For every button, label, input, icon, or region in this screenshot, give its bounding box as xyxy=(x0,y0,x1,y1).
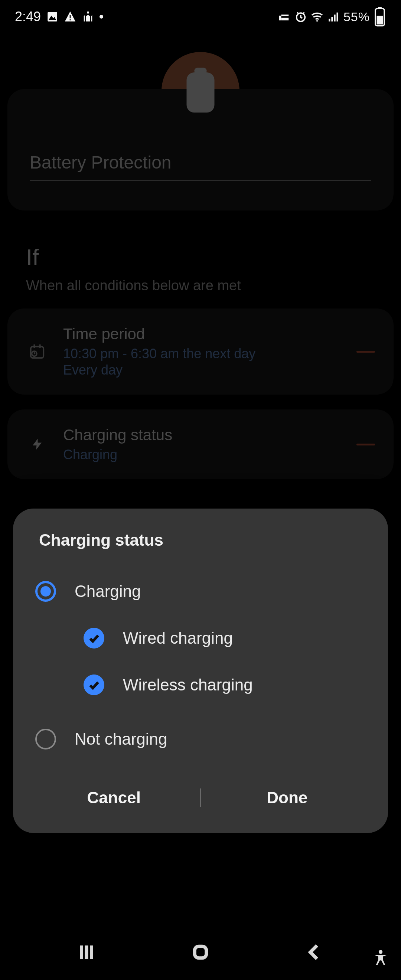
battery-icon xyxy=(374,10,386,23)
background-content: If When all conditions below are met Tim… xyxy=(0,33,401,980)
svg-rect-4 xyxy=(70,19,71,21)
remove-condition-button[interactable] xyxy=(356,351,375,353)
option-wired-label: Wired charging xyxy=(123,629,233,648)
svg-rect-13 xyxy=(334,14,335,21)
image-icon xyxy=(46,10,59,23)
svg-rect-0 xyxy=(48,12,57,22)
if-label: If xyxy=(26,244,375,270)
wifi-icon xyxy=(311,10,323,23)
svg-rect-22 xyxy=(39,345,41,348)
option-charging[interactable]: Charging xyxy=(28,568,373,615)
status-bar: 2:49 55% xyxy=(0,0,401,33)
alarm-icon xyxy=(294,10,307,23)
remove-condition-button[interactable] xyxy=(356,444,375,445)
routine-title-input[interactable] xyxy=(30,152,371,181)
dialog-title: Charging status xyxy=(28,531,373,568)
recents-button[interactable] xyxy=(73,939,100,965)
condition-time-range: 10:30 pm - 6:30 am the next day xyxy=(63,346,342,361)
back-button[interactable] xyxy=(301,939,328,965)
done-button[interactable]: Done xyxy=(201,777,374,818)
svg-rect-8 xyxy=(281,18,288,21)
svg-point-23 xyxy=(32,351,37,356)
svg-rect-3 xyxy=(70,15,71,19)
if-section-header: If When all conditions below are met xyxy=(0,210,401,294)
svg-rect-11 xyxy=(329,19,330,22)
charging-status-dialog: Charging status Charging Wired charging … xyxy=(13,509,388,833)
svg-rect-28 xyxy=(194,946,207,958)
svg-rect-7 xyxy=(281,14,288,16)
accessibility-button[interactable] xyxy=(371,949,390,969)
condition-charging-value: Charging xyxy=(63,447,342,463)
svg-marker-24 xyxy=(33,439,41,450)
condition-charging-status[interactable]: Charging status Charging xyxy=(8,409,393,479)
routine-icon-circle xyxy=(162,52,239,130)
option-wireless-label: Wireless charging xyxy=(123,676,253,694)
status-right: 55% xyxy=(278,10,386,24)
status-left: 2:49 xyxy=(15,9,103,24)
battery-icon xyxy=(182,67,219,115)
svg-rect-17 xyxy=(377,16,383,24)
system-navbar xyxy=(0,924,401,980)
dnd-icon xyxy=(278,10,291,23)
svg-rect-19 xyxy=(187,72,215,113)
svg-point-29 xyxy=(379,950,382,954)
svg-rect-16 xyxy=(378,7,382,8)
radio-selected-icon xyxy=(35,581,56,602)
warning-icon xyxy=(64,10,76,23)
condition-time-repeat: Every day xyxy=(63,362,342,378)
svg-rect-12 xyxy=(331,17,333,22)
calendar-icon xyxy=(26,343,48,360)
svg-point-10 xyxy=(316,20,318,22)
signal-icon xyxy=(327,10,340,23)
svg-rect-6 xyxy=(279,16,282,21)
option-not-charging[interactable]: Not charging xyxy=(28,716,373,762)
status-dot xyxy=(100,15,103,19)
cancel-button[interactable]: Cancel xyxy=(28,777,200,818)
checkbox-checked-icon xyxy=(84,628,104,649)
radio-unselected-icon xyxy=(35,729,56,749)
title-card xyxy=(8,89,393,210)
if-sublabel: When all conditions below are met xyxy=(26,278,375,294)
home-button[interactable] xyxy=(188,939,213,965)
svg-point-5 xyxy=(87,11,89,14)
option-wired-charging[interactable]: Wired charging xyxy=(28,615,373,662)
condition-time-title: Time period xyxy=(63,325,342,343)
battery-percent: 55% xyxy=(344,10,370,24)
option-charging-label: Charging xyxy=(75,582,141,601)
checkbox-checked-icon xyxy=(84,675,104,695)
bolt-icon xyxy=(26,438,48,451)
mosque-icon xyxy=(82,10,94,23)
svg-rect-20 xyxy=(31,347,44,358)
condition-charging-title: Charging status xyxy=(63,426,342,444)
option-wireless-charging[interactable]: Wireless charging xyxy=(28,662,373,708)
svg-rect-21 xyxy=(33,345,35,348)
dialog-button-row: Cancel Done xyxy=(28,777,373,818)
condition-time-period[interactable]: Time period 10:30 pm - 6:30 am the next … xyxy=(8,309,393,395)
option-not-charging-label: Not charging xyxy=(75,730,167,748)
svg-rect-18 xyxy=(194,68,207,74)
status-time: 2:49 xyxy=(15,9,41,24)
svg-rect-14 xyxy=(336,13,338,22)
